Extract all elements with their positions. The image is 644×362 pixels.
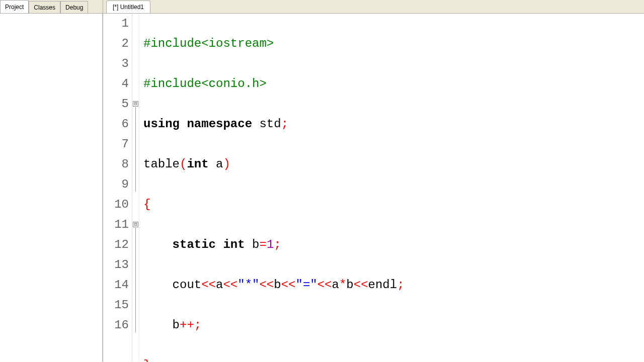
line-number: 12 [103, 235, 129, 255]
line-number: 11 [103, 215, 129, 235]
file-tab-untitled1[interactable]: [*] Untitled1 [106, 1, 150, 13]
line-number: 10 [103, 195, 129, 215]
code-line[interactable]: cout<<a<<"*"<<b<<"="<<a*b<<endl; [143, 275, 644, 295]
line-number: 4 [103, 74, 129, 94]
code-line[interactable]: #include<iostream> [143, 34, 644, 54]
code-line[interactable]: { [143, 195, 644, 215]
line-number: 2 [103, 34, 129, 54]
line-number: 8 [103, 154, 129, 174]
line-number: 7 [103, 134, 129, 154]
code-line[interactable]: static int b=1; [143, 235, 644, 255]
code-line[interactable]: } [143, 355, 644, 362]
line-number: 13 [103, 255, 129, 275]
file-tabs: [*] Untitled1 [103, 0, 644, 14]
side-panel: Project Classes Debug [0, 0, 103, 362]
code-line[interactable]: table(int a) [143, 154, 644, 174]
line-number: 6 [103, 114, 129, 134]
line-number: 3 [103, 54, 129, 74]
fold-line [135, 228, 136, 332]
line-number: 15 [103, 295, 129, 315]
code-content[interactable]: #include<iostream> #include<conio.h> usi… [139, 14, 644, 362]
fold-toggle-icon[interactable]: ⊟ [133, 222, 138, 227]
code-line[interactable]: #include<conio.h> [143, 74, 644, 94]
line-number: 5 [103, 94, 129, 114]
line-number: 1 [103, 14, 129, 34]
tab-debug[interactable]: Debug [60, 1, 88, 13]
line-number-gutter: 1 2 3 4 5 6 7 8 9 10 11 12 13 14 15 16 [103, 14, 132, 362]
line-number: 9 [103, 174, 129, 195]
fold-column: ⊟ ⊟ [132, 14, 139, 362]
tab-project[interactable]: Project [0, 0, 29, 13]
fold-line [135, 107, 136, 192]
line-number: 14 [103, 275, 129, 295]
code-line[interactable]: using namespace std; [143, 114, 644, 134]
fold-toggle-icon[interactable]: ⊟ [133, 101, 138, 107]
code-editor[interactable]: 1 2 3 4 5 6 7 8 9 10 11 12 13 14 15 16 ⊟ [103, 14, 644, 362]
code-line[interactable]: b++; [143, 315, 644, 335]
side-panel-body[interactable] [0, 14, 103, 362]
editor-area: [*] Untitled1 1 2 3 4 5 6 7 8 9 10 11 12… [103, 0, 644, 362]
tab-classes[interactable]: Classes [29, 1, 60, 13]
line-number: 16 [103, 315, 129, 335]
side-tabs: Project Classes Debug [0, 0, 103, 14]
